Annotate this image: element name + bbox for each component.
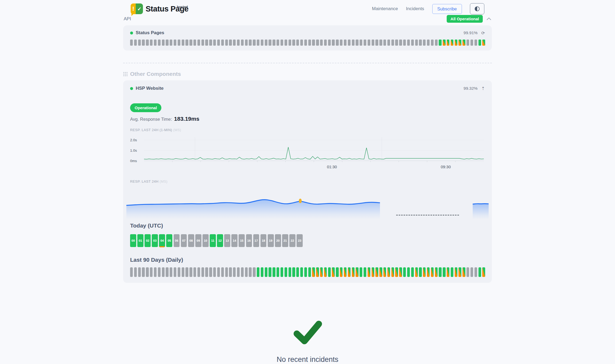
hour-block-06[interactable]: 06 (174, 234, 180, 247)
uptime-bar[interactable] (261, 40, 263, 46)
day-block[interactable] (466, 267, 469, 277)
day-block[interactable] (308, 267, 311, 277)
day-block[interactable] (273, 267, 275, 277)
day-block[interactable] (344, 267, 347, 277)
uptime-bar[interactable] (308, 40, 311, 46)
day-block[interactable] (395, 267, 398, 277)
day-block[interactable] (423, 267, 426, 277)
uptime-bar[interactable] (320, 40, 323, 46)
day-block[interactable] (403, 267, 406, 277)
chevron-up-icon[interactable] (486, 17, 491, 20)
uptime-bar[interactable] (185, 40, 188, 46)
uptime-bar[interactable] (375, 40, 378, 46)
uptime-bar[interactable] (146, 40, 149, 46)
uptime-bar[interactable] (285, 40, 287, 46)
uptime-bar[interactable] (344, 40, 347, 46)
day-block[interactable] (470, 267, 473, 277)
day-block[interactable] (427, 267, 430, 277)
hour-block-19[interactable]: 19 (268, 234, 274, 247)
day-block[interactable] (296, 267, 299, 277)
hour-block-01[interactable]: 01 (137, 234, 143, 247)
uptime-bar[interactable] (439, 40, 441, 46)
day-block[interactable] (253, 267, 255, 277)
uptime-bar[interactable] (340, 40, 342, 46)
day-block[interactable] (379, 267, 382, 277)
day-block[interactable] (150, 267, 153, 277)
day-block[interactable] (249, 267, 251, 277)
uptime-bar[interactable] (451, 40, 453, 46)
uptime-bar[interactable] (466, 40, 469, 46)
uptime-bar[interactable] (411, 40, 414, 46)
day-block[interactable] (237, 267, 240, 277)
uptime-bar[interactable] (356, 40, 358, 46)
day-block[interactable] (455, 267, 457, 277)
day-block[interactable] (134, 267, 137, 277)
uptime-bar[interactable] (162, 40, 165, 46)
day-block[interactable] (201, 267, 204, 277)
day-block[interactable] (451, 267, 453, 277)
uptime-bar[interactable] (352, 40, 355, 46)
uptime-bar[interactable] (474, 40, 477, 46)
day-block[interactable] (130, 267, 133, 277)
uptime-bar[interactable] (332, 40, 334, 46)
day-block[interactable] (336, 267, 338, 277)
uptime-bar[interactable] (182, 40, 184, 46)
day-block[interactable] (281, 267, 283, 277)
day-block[interactable] (372, 267, 374, 277)
component-row-status-pages[interactable]: Status Pages 99.91% ⟳ (130, 30, 485, 36)
day-block[interactable] (368, 267, 370, 277)
day-block[interactable] (364, 267, 366, 277)
brand-logo[interactable]: ! ✓ Status Page hosted (131, 3, 189, 14)
day-block[interactable] (185, 267, 188, 277)
day-block[interactable] (138, 267, 141, 277)
uptime-bar[interactable] (138, 40, 141, 46)
day-block[interactable] (221, 267, 224, 277)
hour-block-23[interactable]: 23 (297, 234, 303, 247)
uptime-bar[interactable] (399, 40, 402, 46)
uptime-bar[interactable] (360, 40, 362, 46)
day-block[interactable] (217, 267, 220, 277)
uptime-bar[interactable] (324, 40, 327, 46)
hour-block-18[interactable]: 18 (260, 234, 267, 247)
uptime-bar[interactable] (415, 40, 418, 46)
day-block[interactable] (458, 267, 461, 277)
uptime-bar[interactable] (193, 40, 196, 46)
hour-block-08[interactable]: 08 (188, 234, 194, 247)
hour-block-11[interactable]: 11 (210, 234, 216, 247)
day-block[interactable] (292, 267, 295, 277)
day-block[interactable] (265, 267, 267, 277)
day-block[interactable] (340, 267, 342, 277)
uptime-bar[interactable] (174, 40, 176, 46)
nav-maintenance[interactable]: Maintenance (372, 6, 398, 11)
day-block[interactable] (170, 267, 172, 277)
uptime-bar[interactable] (225, 40, 228, 46)
day-block[interactable] (439, 267, 441, 277)
hour-block-07[interactable]: 07 (181, 234, 187, 247)
uptime-bar[interactable] (134, 40, 137, 46)
uptime-bar[interactable] (292, 40, 295, 46)
uptime-bar[interactable] (154, 40, 157, 46)
day-block[interactable] (257, 267, 259, 277)
uptime-bar[interactable] (462, 40, 465, 46)
day-block[interactable] (233, 267, 236, 277)
uptime-bar[interactable] (170, 40, 172, 46)
uptime-bar[interactable] (478, 40, 481, 46)
uptime-bar[interactable] (304, 40, 307, 46)
hour-block-12[interactable]: 12 (217, 234, 223, 247)
uptime-bar[interactable] (407, 40, 410, 46)
uptime-bar[interactable] (328, 40, 331, 46)
uptime-bar[interactable] (213, 40, 216, 46)
uptime-bar[interactable] (189, 40, 192, 46)
uptime-bar[interactable] (241, 40, 244, 46)
uptime-bar[interactable] (455, 40, 457, 46)
uptime-bar[interactable] (431, 40, 434, 46)
day-block[interactable] (193, 267, 196, 277)
day-block[interactable] (411, 267, 414, 277)
uptime-bar[interactable] (482, 40, 485, 46)
day-block[interactable] (304, 267, 307, 277)
uptime-bar[interactable] (205, 40, 208, 46)
uptime-bar[interactable] (229, 40, 232, 46)
uptime-bar[interactable] (336, 40, 338, 46)
day-block[interactable] (356, 267, 358, 277)
uptime-bar[interactable] (130, 40, 133, 46)
